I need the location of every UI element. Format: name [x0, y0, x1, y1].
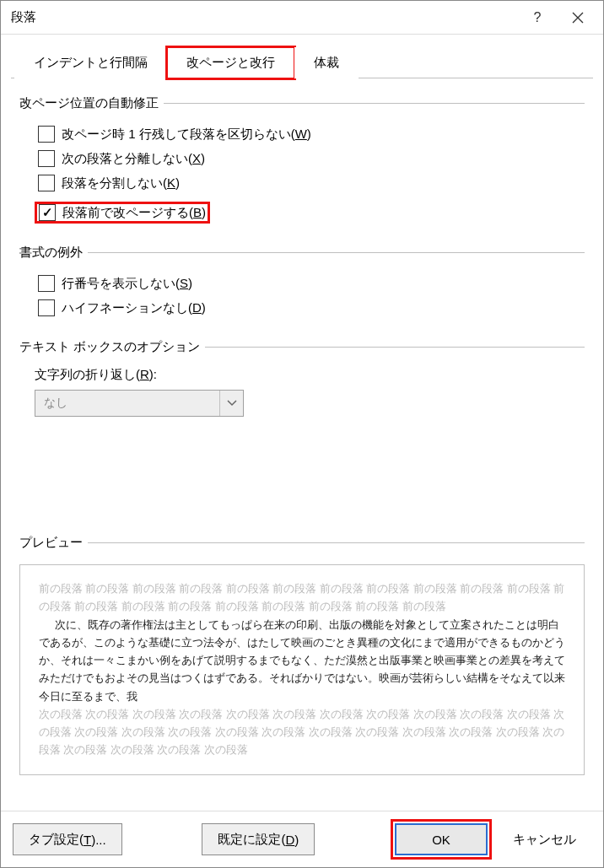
checkbox-label: 次の段落と分離しない(X) — [62, 151, 205, 167]
tab-asian[interactable]: 体裁 — [294, 47, 359, 78]
checkbox-icon — [38, 150, 55, 167]
checkbox-label: 段落前で改ページする(B) — [62, 205, 206, 221]
tab-strip: インデントと行間隔 改ページと改行 体裁 — [1, 35, 603, 78]
dialog-title: 段落 — [11, 9, 517, 25]
checkbox-icon — [38, 175, 55, 191]
help-button[interactable]: ? — [517, 2, 558, 34]
checkbox-keep-lines-together[interactable]: 段落を分割しない(K) — [35, 173, 585, 193]
set-default-button[interactable]: 既定に設定(D) — [202, 823, 315, 855]
group-formatting-legend: 書式の例外 — [19, 245, 88, 261]
checkbox-icon — [38, 299, 55, 316]
group-preview: プレビュー 前の段落 前の段落 前の段落 前の段落 前の段落 前の段落 前の段落… — [19, 535, 585, 775]
checkbox-keep-with-next[interactable]: 次の段落と分離しない(X) — [35, 148, 585, 169]
group-preview-legend: プレビュー — [19, 535, 88, 551]
tabs-button[interactable]: タブ設定(T)... — [13, 823, 122, 855]
preview-next-paragraphs: 次の段落 次の段落 次の段落 次の段落 次の段落 次の段落 次の段落 次の段落 … — [39, 706, 565, 760]
group-pagination-legend: 改ページ位置の自動修正 — [19, 95, 164, 111]
combobox-value: なし — [35, 396, 219, 411]
checkbox-icon — [38, 275, 55, 292]
checkbox-widow-orphan[interactable]: 改ページ時 1 行残して段落を区切らない(W) — [35, 124, 585, 144]
group-formatting-exceptions: 書式の例外 行番号を表示しない(S) ハイフネーションなし(D) — [19, 245, 585, 322]
group-pagination: 改ページ位置の自動修正 改ページ時 1 行残して段落を区切らない(W) 次の段落… — [19, 95, 585, 228]
cancel-button[interactable]: キャンセル — [498, 823, 591, 855]
ok-button[interactable]: OK — [395, 823, 488, 855]
wrap-combobox[interactable]: なし — [35, 390, 244, 417]
checkbox-page-break-before[interactable]: 段落前で改ページする(B) — [35, 202, 210, 224]
checkbox-label: ハイフネーションなし(D) — [62, 300, 206, 316]
tab-indent-spacing[interactable]: インデントと行間隔 — [14, 47, 167, 78]
tab-page-breaks[interactable]: 改ページと改行 — [167, 47, 294, 78]
preview-prev-paragraphs: 前の段落 前の段落 前の段落 前の段落 前の段落 前の段落 前の段落 前の段落 … — [39, 580, 565, 617]
preview-body-text: 次に、既存の著作権法は主としてもっぱら在来の印刷、出版の機能を対象として立案され… — [39, 617, 565, 706]
checkbox-label: 行番号を表示しない(S) — [62, 276, 192, 292]
group-textbox-legend: テキスト ボックスのオプション — [19, 339, 205, 355]
checkbox-suppress-line-numbers[interactable]: 行番号を表示しない(S) — [35, 273, 585, 294]
checkbox-no-hyphenation[interactable]: ハイフネーションなし(D) — [35, 298, 585, 318]
checkbox-icon — [39, 204, 56, 221]
checkbox-icon — [38, 126, 55, 143]
titlebar: 段落 ? — [1, 1, 603, 35]
checkbox-label: 段落を分割しない(K) — [62, 175, 180, 191]
close-button[interactable] — [558, 2, 598, 34]
preview-box: 前の段落 前の段落 前の段落 前の段落 前の段落 前の段落 前の段落 前の段落 … — [19, 564, 585, 775]
wrap-label: 文字列の折り返し(R): — [35, 367, 585, 383]
tab-body: 改ページ位置の自動修正 改ページ時 1 行残して段落を区切らない(W) 次の段落… — [11, 78, 593, 811]
dialog-footer: タブ設定(T)... 既定に設定(D) OK キャンセル — [1, 811, 603, 867]
paragraph-dialog: 段落 ? インデントと行間隔 改ページと改行 体裁 改ページ位置の自動修正 改ペ… — [0, 0, 604, 868]
checkbox-label: 改ページ時 1 行残して段落を区切らない(W) — [62, 127, 311, 143]
chevron-down-icon — [219, 391, 243, 416]
group-textbox-options: テキスト ボックスのオプション 文字列の折り返し(R): なし — [19, 339, 585, 417]
